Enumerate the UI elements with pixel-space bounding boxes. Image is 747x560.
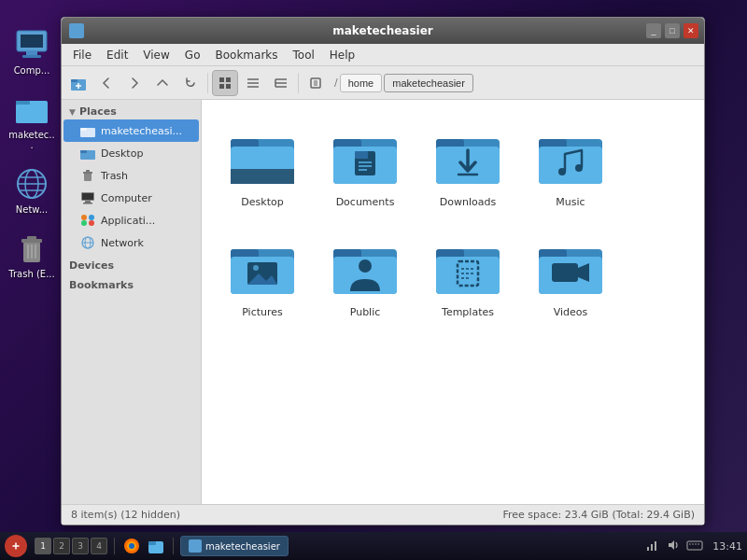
sidebar-item-desktop[interactable]: Desktop xyxy=(63,142,199,164)
close-button[interactable]: ✕ xyxy=(684,23,698,38)
tray-volume-icon[interactable] xyxy=(664,537,681,556)
network-sidebar-icon xyxy=(80,235,95,250)
desktop-icon-computer[interactable]: Comp... xyxy=(10,23,53,78)
file-item-videos-label: Videos xyxy=(554,306,588,318)
sidebar-item-network-label: Network xyxy=(101,237,144,249)
new-folder-button[interactable] xyxy=(65,70,92,96)
file-item-public[interactable]: Public xyxy=(318,224,412,325)
taskbar: 1 2 3 4 xyxy=(0,532,747,560)
file-item-downloads[interactable]: Downloads xyxy=(421,114,514,215)
properties-button[interactable] xyxy=(303,70,329,96)
sidebar-item-applications[interactable]: Applicati... xyxy=(63,209,199,231)
file-item-desktop[interactable]: Desktop xyxy=(216,114,309,215)
workspace-3-button[interactable]: 3 xyxy=(72,538,89,554)
sidebar-item-maketecheasier-label: maketecheasi... xyxy=(101,125,182,137)
svg-rect-102 xyxy=(647,547,649,551)
sidebar-item-desktop-label: Desktop xyxy=(101,147,143,160)
sidebar-item-trash[interactable]: Trash xyxy=(63,164,199,187)
file-item-documents[interactable]: Documents xyxy=(318,114,412,215)
svg-rect-105 xyxy=(687,541,702,550)
svg-point-74 xyxy=(558,168,566,175)
sidebar-item-computer[interactable]: Computer xyxy=(63,187,199,209)
file-item-documents-label: Documents xyxy=(336,196,395,208)
sidebar-item-applications-label: Applicati... xyxy=(101,215,155,227)
forward-button[interactable] xyxy=(121,70,148,96)
maximize-button[interactable]: □ xyxy=(665,23,680,38)
menu-item-bookmarks[interactable]: Bookmarks xyxy=(207,47,285,63)
menu-item-view[interactable]: View xyxy=(135,47,176,63)
tray-keyboard-icon[interactable] xyxy=(684,537,705,556)
back-button[interactable] xyxy=(93,70,120,96)
view-list-button[interactable] xyxy=(240,70,266,96)
desktop: Comp... maketec... xyxy=(0,0,747,560)
maketecheasier-folder-icon xyxy=(13,91,50,128)
sidebar-item-trash-label: Trash xyxy=(101,170,128,182)
svg-rect-46 xyxy=(85,201,91,203)
firefox-taskbar-icon[interactable] xyxy=(121,536,142,556)
window-button-label: maketecheasier xyxy=(205,541,280,552)
tray-network-icon[interactable] xyxy=(643,537,660,556)
svg-rect-47 xyxy=(83,203,92,204)
menu-item-file[interactable]: File xyxy=(65,47,99,63)
workspace-2-button[interactable]: 2 xyxy=(53,538,70,554)
svg-rect-95 xyxy=(552,263,578,282)
menu-item-tool[interactable]: Tool xyxy=(286,47,322,63)
sidebar-item-maketecheasier[interactable]: maketecheasi... xyxy=(63,119,199,142)
menu-item-go[interactable]: Go xyxy=(177,47,208,63)
desktop-icon-computer-label: Comp... xyxy=(14,65,50,76)
svg-rect-42 xyxy=(83,172,92,174)
file-item-public-label: Public xyxy=(350,306,381,318)
file-item-pictures[interactable]: Pictures xyxy=(216,224,309,325)
active-window-button[interactable]: maketecheasier xyxy=(180,536,289,556)
devices-label: Devices xyxy=(69,259,114,272)
maketecheasier-sidebar-icon xyxy=(80,123,95,138)
file-grid: Desktop xyxy=(216,114,690,325)
desktop-icon-trash[interactable]: Trash (E... xyxy=(6,227,57,282)
reload-button[interactable] xyxy=(177,70,204,96)
desktop-icon-network[interactable]: Netw... xyxy=(10,162,53,217)
file-item-downloads-label: Downloads xyxy=(440,196,496,208)
svg-rect-3 xyxy=(22,55,41,58)
workspace-1-button[interactable]: 1 xyxy=(35,538,51,554)
computer-icon xyxy=(13,26,50,63)
svg-rect-2 xyxy=(26,51,37,55)
folder-downloads-icon xyxy=(432,120,503,191)
file-item-videos[interactable]: Videos xyxy=(524,224,617,325)
file-area: Desktop xyxy=(202,100,704,504)
file-item-templates[interactable]: Templates xyxy=(421,224,514,325)
desktop-sidebar-icon xyxy=(80,146,95,161)
svg-rect-22 xyxy=(219,77,224,82)
menu-item-help[interactable]: Help xyxy=(322,47,362,63)
svg-rect-23 xyxy=(226,77,231,82)
menu-item-edit[interactable]: Edit xyxy=(99,47,135,63)
file-item-music[interactable]: Music xyxy=(524,114,617,215)
location-bar: / home maketecheasier xyxy=(334,74,700,92)
path-home-button[interactable]: home xyxy=(340,74,383,92)
bookmarks-section-header: Bookmarks xyxy=(62,273,201,293)
view-tree-button[interactable] xyxy=(268,70,294,96)
start-button[interactable] xyxy=(5,535,27,557)
titlebar-controls: _ □ ✕ xyxy=(646,23,698,38)
folder-public-icon xyxy=(330,231,401,301)
svg-point-99 xyxy=(129,543,134,549)
desktop-icon-maketecheasier[interactable]: maketec... xyxy=(5,88,59,153)
sidebar: ▼ Places maketecheasi... xyxy=(62,100,202,504)
svg-rect-1 xyxy=(21,35,43,48)
svg-rect-38 xyxy=(80,128,87,131)
up-button[interactable] xyxy=(149,70,176,96)
file-item-desktop-label: Desktop xyxy=(241,196,283,208)
path-separator-root: / xyxy=(334,77,338,89)
desktop-icon-maketecheasier-label: maketec... xyxy=(7,130,56,150)
minimize-button[interactable]: _ xyxy=(646,23,661,38)
view-grid-button[interactable] xyxy=(212,70,238,96)
svg-rect-63 xyxy=(355,151,368,159)
trash-icon xyxy=(13,230,50,267)
path-current-button[interactable]: maketecheasier xyxy=(384,74,473,92)
places-section-header[interactable]: ▼ Places xyxy=(62,100,201,119)
svg-rect-104 xyxy=(655,541,656,551)
workspace-4-button[interactable]: 4 xyxy=(91,538,107,554)
sidebar-item-network[interactable]: Network xyxy=(63,231,199,254)
main-area: ▼ Places maketecheasi... xyxy=(62,100,704,504)
bookmarks-label: Bookmarks xyxy=(69,279,134,291)
files-taskbar-icon[interactable] xyxy=(146,536,166,556)
